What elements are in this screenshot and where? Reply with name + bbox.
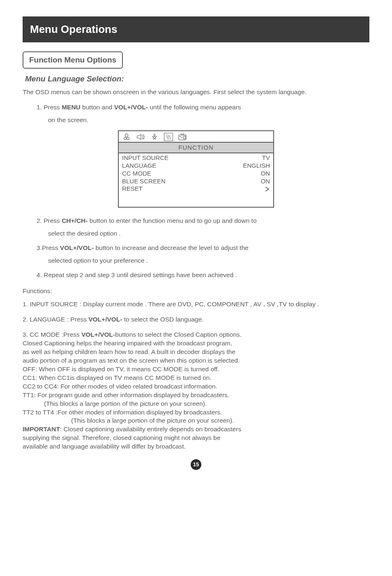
svg-point-5 [166, 135, 168, 137]
svg-marker-3 [137, 134, 141, 140]
f3-imp-kw: IMPORTANT [23, 426, 60, 433]
svg-rect-7 [179, 135, 186, 140]
function-tab-icon [164, 133, 173, 141]
f3-cc2: CC2 to CC4: For other modes of video rel… [23, 382, 369, 391]
svg-rect-8 [184, 136, 186, 139]
osd-row: RESET [122, 185, 270, 194]
page-title: Menu Operations [30, 23, 117, 35]
osd-label: LANGUAGE [122, 162, 156, 170]
f3-kw: VOL+/VOL- [81, 331, 115, 338]
osd-label: RESET [122, 185, 143, 194]
osd-value: TV [262, 154, 270, 162]
f3-line3: as well as helping children learn how to… [23, 348, 369, 356]
step2-cont: select the desired option . [48, 229, 369, 238]
f3-line1a: 3. CC MODE :Press [23, 331, 81, 338]
osd-row: INPUT SOURCE TV [122, 154, 270, 162]
f3-line4: audio portion of a program as text on th… [23, 356, 369, 365]
osd-value: ON [261, 170, 270, 178]
page-number: 15 [191, 459, 201, 470]
step1-cont: on the screen. [48, 116, 369, 125]
svg-point-6 [168, 137, 171, 139]
osd-row: LANGUAGE ENGLISH [122, 162, 270, 170]
step2-kw: CH+/CH- [62, 217, 88, 224]
osd-title: FUNCTION [119, 143, 273, 153]
osd-tab-row [119, 131, 273, 143]
osd-row: BLUE SCREEN ON [122, 178, 270, 185]
svg-point-4 [154, 134, 155, 136]
osd-value: ENGLISH [243, 162, 270, 170]
step1-kw2: VOL+/VOL- [114, 104, 148, 111]
step2-suffix: button to enter the function menu and to… [88, 217, 256, 224]
intro-text: The OSD menus can be shown onscreen in t… [23, 88, 369, 97]
function-3: 3. CC MODE :Press VOL+/VOL-buttons to se… [23, 331, 369, 451]
step-2: 2. Press CH+/CH- button to enter the fun… [37, 217, 369, 225]
f3-line2: Closed Captioning helps the hearing impa… [23, 339, 369, 348]
function-1: 1. INPUT SOURCE : Display current mode .… [23, 300, 369, 309]
page-header: Menu Operations [23, 16, 369, 42]
step-3: 3.Press VOL+/VOL- button to increase and… [37, 244, 369, 252]
section-title: Function Menu Options [29, 56, 116, 64]
f3-tt2b: (This blocks a large portion of the pict… [71, 416, 369, 425]
timer-tab-icon [150, 133, 159, 141]
f2-kw: VOL+/VOL- [88, 316, 122, 323]
f3-tt2: TT2 to TT4 :For other modes of informati… [23, 408, 369, 417]
channel-tab-icon [178, 133, 187, 141]
picture-tab-icon [122, 133, 131, 141]
svg-point-0 [125, 134, 128, 137]
f3-line1: 3. CC MODE :Press VOL+/VOL-buttons to se… [23, 331, 369, 339]
f3-line1b: buttons to select the Closed Caption opt… [115, 331, 242, 338]
step1-mid: button and [81, 104, 114, 111]
functions-heading: Functions: [23, 287, 369, 296]
osd-row: CC MODE ON [122, 170, 270, 178]
f3-imp1: : Closed captioning availability entirel… [60, 426, 241, 433]
subsection-title: Menu Language Selection: [25, 74, 369, 84]
f2-suffix: to select the OSD language. [122, 316, 203, 323]
osd-label: INPUT SOURCE [122, 154, 168, 162]
step3-cont: selected option to your preference . [48, 257, 369, 265]
f3-tt1: TT1: For program guide and other informa… [23, 391, 369, 400]
osd-value: ON [261, 178, 270, 185]
f2-prefix: 2. LANGUAGE : Press [23, 316, 88, 323]
f3-imp2: supplying the signal. Therefore, closed … [23, 434, 369, 442]
osd-label: BLUE SCREEN [122, 178, 166, 185]
svg-point-1 [124, 137, 126, 140]
step-4: 4. Repeat step 2 and step 3 until desire… [37, 271, 369, 280]
sound-tab-icon [136, 133, 145, 141]
step1-kw1: MENU [62, 104, 81, 111]
f3-imp3: available and language availability will… [23, 442, 369, 451]
function-2: 2. LANGUAGE : Press VOL+/VOL- to select … [23, 315, 369, 324]
step3-kw: VOL+/VOL- [60, 244, 94, 251]
svg-point-2 [127, 137, 129, 140]
step3-prefix: 3.Press [37, 244, 60, 251]
f3-cc1: CC1: When CC1is displayed on TV means CC… [23, 374, 369, 382]
osd-label: CC MODE [122, 170, 151, 178]
step1-prefix: 1. Press [37, 104, 62, 111]
section-title-box: Function Menu Options [23, 51, 123, 69]
step3-suffix: button to increase and decrease the leve… [94, 244, 249, 251]
reset-arrow-icon [264, 185, 270, 194]
f3-important: IMPORTANT: Closed captioning availabilit… [23, 425, 369, 434]
step2-prefix: 2. Press [37, 217, 62, 224]
f3-off: OFF: When OFF is displayed on TV, it mea… [23, 365, 369, 374]
step-1: 1. Press MENU button and VOL+/VOL- until… [37, 103, 369, 112]
osd-body: INPUT SOURCE TV LANGUAGE ENGLISH CC MODE… [119, 153, 273, 207]
step1-suffix: until the following menu appears [148, 104, 241, 111]
osd-menu: FUNCTION INPUT SOURCE TV LANGUAGE ENGLIS… [118, 130, 274, 208]
f3-tt1b: (This blocks a large portion of the pict… [44, 400, 369, 408]
